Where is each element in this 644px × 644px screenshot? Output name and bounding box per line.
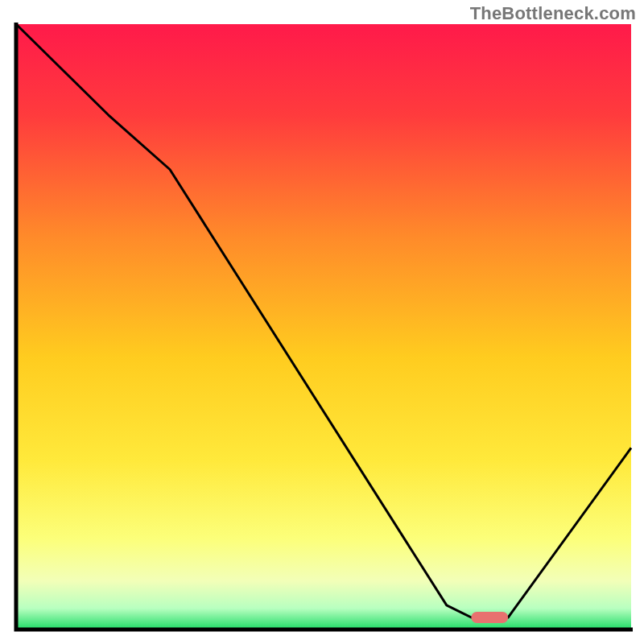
chart-frame [11, 23, 633, 634]
watermark-text: TheBottleneck.com [470, 3, 636, 24]
optimal-marker [471, 612, 508, 623]
bottleneck-chart [11, 23, 633, 634]
chart-container: TheBottleneck.com [0, 0, 644, 644]
